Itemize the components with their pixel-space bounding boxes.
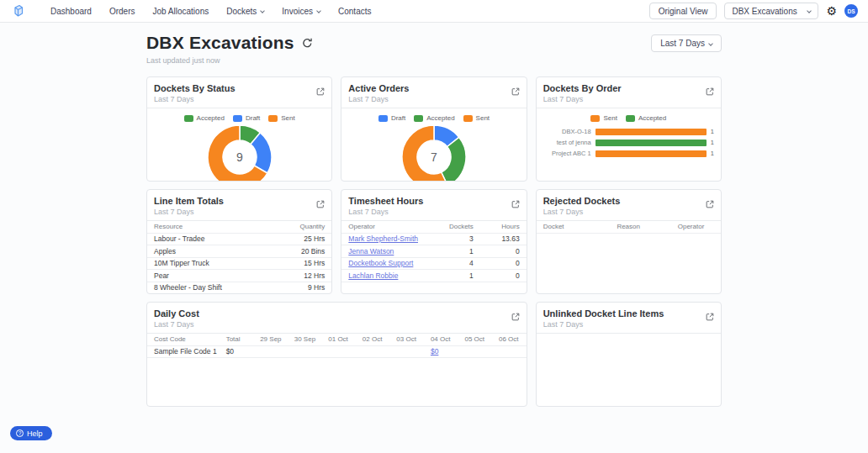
expand-icon[interactable] — [511, 84, 520, 99]
table-cell: 9 Hrs — [273, 282, 331, 294]
bar-row: Project ABC 11 — [543, 148, 714, 159]
help-label: Help — [27, 429, 43, 438]
card-title: Dockets By Status — [154, 83, 236, 93]
column-header: 03 Oct — [389, 334, 424, 345]
expand-icon[interactable] — [706, 197, 714, 212]
table-link[interactable]: Docketbook Support — [348, 259, 413, 267]
bar-value: 1 — [707, 139, 714, 146]
legend-swatch — [414, 115, 423, 122]
chart-legend: DraftAcceptedSent — [348, 113, 519, 124]
donut-center-total: 9 — [236, 150, 243, 164]
table-link[interactable]: Lachlan Robbie — [348, 271, 398, 280]
dashboard-grid: Dockets By Status Last 7 Days AcceptedDr… — [146, 76, 722, 407]
nav-item-orders[interactable]: Orders — [109, 7, 135, 16]
empty-card-body — [537, 334, 721, 406]
chart-legend: AcceptedDraftSent — [154, 113, 325, 124]
column-header: Cost Code — [147, 334, 220, 345]
card-rejected-dockets: Rejected Dockets Last 7 Days DocketReaso… — [536, 189, 722, 294]
table-cell — [458, 345, 492, 358]
table-row: Apples20 Bins — [147, 245, 331, 258]
table-row: Labour - Tradee25 Hrs — [147, 233, 331, 245]
card-title: Daily Cost — [154, 308, 199, 319]
bar-value: 1 — [707, 150, 714, 157]
nav-item-dashboard[interactable]: Dashboard — [50, 7, 92, 16]
page-title: DBX Excavations — [146, 33, 294, 53]
table-row: Sample File Code 1$0$0 — [147, 345, 527, 358]
table-cell: 20 Bins — [273, 245, 331, 258]
legend-swatch — [233, 115, 242, 122]
table-cell: $0 — [424, 345, 458, 358]
column-header: 04 Oct — [424, 334, 458, 345]
table-row: Pear12 Hrs — [147, 270, 331, 282]
table-cell: $0 — [220, 345, 254, 358]
table-cell: 15 Hrs — [273, 257, 331, 270]
date-range-button[interactable]: Last 7 Days — [651, 34, 722, 52]
table-link[interactable]: Jenna Watson — [348, 247, 394, 255]
expand-icon[interactable] — [706, 84, 714, 99]
column-header: 29 Sep — [253, 334, 288, 345]
table-cell: 0 — [480, 245, 527, 258]
bar-chart-dockets-by-order: DBX-O-181test of jenna1Project ABC 11 — [543, 126, 714, 159]
expand-icon[interactable] — [511, 197, 520, 212]
table-row: Jenna Watson10 — [341, 245, 526, 258]
card-unlinked-docket-line-items: Unlinked Docket Line Items Last 7 Days — [536, 302, 722, 407]
bar-value: 1 — [707, 128, 714, 135]
table-cell: Jenna Watson — [341, 245, 437, 258]
help-button[interactable]: ? Help — [10, 426, 52, 440]
nav-item-contacts[interactable]: Contacts — [338, 7, 371, 16]
avatar[interactable]: DS — [844, 4, 858, 18]
card-title: Line Item Totals — [154, 196, 224, 206]
legend-item: Draft — [378, 114, 405, 122]
nav-item-dockets[interactable]: Dockets — [226, 7, 264, 16]
column-header: Resource — [147, 221, 273, 233]
table-link[interactable]: $0 — [431, 347, 438, 356]
card-title: Timesheet Hours — [348, 196, 423, 206]
expand-icon[interactable] — [706, 309, 714, 324]
nav-item-invoices[interactable]: Invoices — [282, 7, 320, 16]
card-subtitle: Last 7 Days — [543, 208, 621, 216]
column-header: Quantity — [273, 221, 331, 233]
chevron-down-icon — [316, 8, 321, 13]
account-selector[interactable]: DBX Excavations — [724, 3, 818, 19]
card-subtitle: Last 7 Days — [543, 95, 622, 103]
original-view-button[interactable]: Original View — [649, 3, 717, 19]
legend-swatch — [463, 115, 473, 122]
bar-fill — [595, 150, 707, 157]
column-header: Operator — [671, 221, 721, 233]
table-cell: Apples — [147, 245, 273, 258]
card-subtitle: Last 7 Days — [154, 208, 224, 216]
table-timesheet-hours: OperatorDocketsHoursMark Shepherd-Smith3… — [341, 221, 526, 293]
legend-swatch — [268, 115, 278, 122]
card-active-orders: Active Orders Last 7 Days DraftAcceptedS… — [341, 76, 527, 182]
expand-icon[interactable] — [316, 197, 325, 212]
table-cell — [389, 345, 424, 358]
legend-item: Sent — [463, 114, 490, 122]
table-link[interactable]: Mark Shepherd-Smith — [348, 234, 418, 243]
card-title: Active Orders — [348, 83, 409, 93]
donut-center-total: 7 — [431, 150, 437, 164]
expand-icon[interactable] — [511, 309, 520, 324]
table-header-row: Cost CodeTotal29 Sep30 Sep01 Oct02 Oct03… — [147, 334, 527, 345]
card-daily-cost: Daily Cost Last 7 Days Cost CodeTotal29 … — [146, 302, 527, 407]
refresh-icon[interactable] — [302, 38, 313, 49]
column-header: Docket — [537, 221, 611, 233]
date-range-label: Last 7 Days — [660, 39, 705, 48]
table-cell — [288, 345, 322, 358]
bar-fill — [595, 140, 707, 146]
column-header: 06 Oct — [492, 334, 527, 345]
table-cell: 3 — [437, 233, 479, 245]
account-selector-value: DBX Excavations — [732, 7, 797, 16]
app-logo-icon[interactable] — [10, 3, 25, 18]
card-subtitle: Last 7 Days — [348, 208, 423, 216]
bar-track — [595, 129, 707, 135]
table-cell: 25 Hrs — [273, 233, 331, 245]
table-row: 8 Wheeler - Day Shift9 Hrs — [147, 282, 331, 294]
nav-item-job-allocations[interactable]: Job Allocations — [152, 7, 209, 16]
table-cell: Docketbook Support — [341, 257, 437, 270]
donut-chart-dockets-by-status: 9 — [154, 124, 325, 182]
column-header: 01 Oct — [321, 334, 356, 345]
expand-icon[interactable] — [316, 84, 325, 99]
settings-gear-icon[interactable]: ⚙ — [826, 5, 837, 17]
table-row: 10M Tipper Truck15 Hrs — [147, 257, 331, 270]
bar-track — [595, 150, 707, 157]
